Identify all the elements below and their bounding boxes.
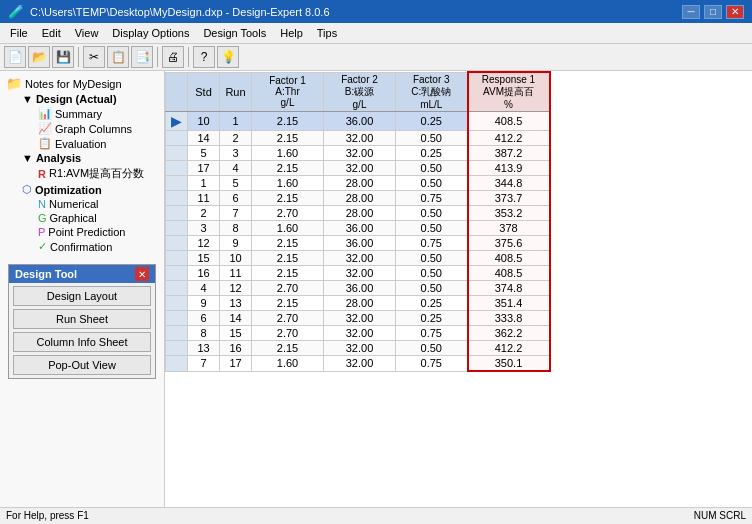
pop-out-view-button[interactable]: Pop-Out View (13, 355, 151, 375)
select-cell[interactable] (166, 326, 188, 341)
factor1-cell[interactable]: 2.70 (252, 281, 324, 296)
table-row[interactable]: 381.6036.000.50378 (166, 221, 550, 236)
factor1-cell[interactable]: 2.15 (252, 191, 324, 206)
response1-cell[interactable]: 333.8 (468, 311, 550, 326)
sidebar-item-r1[interactable]: R R1:AVM提高百分数 (36, 165, 160, 182)
select-cell[interactable] (166, 236, 188, 251)
factor3-cell[interactable]: 0.75 (396, 356, 468, 372)
factor3-cell[interactable]: 0.75 (396, 236, 468, 251)
response1-cell[interactable]: 353.2 (468, 206, 550, 221)
factor3-cell[interactable]: 0.50 (396, 131, 468, 146)
factor1-cell[interactable]: 1.60 (252, 221, 324, 236)
factor1-cell[interactable]: 2.70 (252, 311, 324, 326)
wizard-button[interactable]: 💡 (217, 46, 239, 68)
factor1-cell[interactable]: 2.15 (252, 131, 324, 146)
print-button[interactable]: 🖨 (162, 46, 184, 68)
factor1-cell[interactable]: 2.70 (252, 326, 324, 341)
factor2-cell[interactable]: 32.00 (324, 311, 396, 326)
help-button[interactable]: ? (193, 46, 215, 68)
response1-cell[interactable]: 408.5 (468, 251, 550, 266)
data-area[interactable]: Std Run Factor 1A:Thrg/L Factor 2B:碳源g/L… (165, 71, 752, 507)
factor2-cell[interactable]: 36.00 (324, 221, 396, 236)
factor1-cell[interactable]: 2.15 (252, 341, 324, 356)
response1-cell[interactable]: 378 (468, 221, 550, 236)
response1-cell[interactable]: 344.8 (468, 176, 550, 191)
response1-cell[interactable]: 387.2 (468, 146, 550, 161)
select-cell[interactable] (166, 131, 188, 146)
factor2-cell[interactable]: 28.00 (324, 296, 396, 311)
factor1-cell[interactable]: 2.70 (252, 206, 324, 221)
table-row[interactable]: 16112.1532.000.50408.5 (166, 266, 550, 281)
factor3-cell[interactable]: 0.50 (396, 341, 468, 356)
factor1-cell[interactable]: 2.15 (252, 236, 324, 251)
select-cell[interactable]: ▶ (166, 112, 188, 131)
select-cell[interactable] (166, 311, 188, 326)
factor2-cell[interactable]: 36.00 (324, 112, 396, 131)
response1-cell[interactable]: 412.2 (468, 341, 550, 356)
table-row[interactable]: ▶1012.1536.000.25408.5 (166, 112, 550, 131)
factor3-cell[interactable]: 0.25 (396, 311, 468, 326)
table-row[interactable]: 4122.7036.000.50374.8 (166, 281, 550, 296)
select-cell[interactable] (166, 191, 188, 206)
factor3-cell[interactable]: 0.25 (396, 296, 468, 311)
factor1-cell[interactable]: 2.15 (252, 266, 324, 281)
select-cell[interactable] (166, 296, 188, 311)
sidebar-item-evaluation[interactable]: 📋 Evaluation (36, 136, 160, 151)
factor3-cell[interactable]: 0.50 (396, 161, 468, 176)
factor3-cell[interactable]: 0.50 (396, 206, 468, 221)
select-cell[interactable] (166, 206, 188, 221)
factor3-cell[interactable]: 0.25 (396, 112, 468, 131)
column-info-sheet-button[interactable]: Column Info Sheet (13, 332, 151, 352)
factor2-cell[interactable]: 32.00 (324, 356, 396, 372)
factor3-cell[interactable]: 0.75 (396, 191, 468, 206)
select-cell[interactable] (166, 251, 188, 266)
new-button[interactable]: 📄 (4, 46, 26, 68)
factor1-cell[interactable]: 2.15 (252, 296, 324, 311)
factor2-cell[interactable]: 32.00 (324, 341, 396, 356)
table-row[interactable]: 1742.1532.000.50413.9 (166, 161, 550, 176)
factor2-cell[interactable]: 32.00 (324, 266, 396, 281)
sidebar-item-point-prediction[interactable]: P Point Prediction (36, 225, 160, 239)
menu-view[interactable]: View (69, 25, 105, 41)
table-row[interactable]: 13162.1532.000.50412.2 (166, 341, 550, 356)
sidebar-item-confirmation[interactable]: ✓ Confirmation (36, 239, 160, 254)
sidebar-analysis[interactable]: ▼ Analysis (20, 151, 160, 165)
factor3-cell[interactable]: 0.50 (396, 266, 468, 281)
factor2-cell[interactable]: 28.00 (324, 191, 396, 206)
table-row[interactable]: 1422.1532.000.50412.2 (166, 131, 550, 146)
factor3-cell[interactable]: 0.50 (396, 221, 468, 236)
factor3-cell[interactable]: 0.50 (396, 251, 468, 266)
sidebar-item-summary[interactable]: 📊 Summary (36, 106, 160, 121)
response1-cell[interactable]: 408.5 (468, 266, 550, 281)
response1-cell[interactable]: 412.2 (468, 131, 550, 146)
factor1-cell[interactable]: 1.60 (252, 176, 324, 191)
factor2-cell[interactable]: 28.00 (324, 206, 396, 221)
select-cell[interactable] (166, 146, 188, 161)
select-cell[interactable] (166, 341, 188, 356)
menu-design-tools[interactable]: Design Tools (197, 25, 272, 41)
copy-button[interactable]: 📋 (107, 46, 129, 68)
factor3-cell[interactable]: 0.25 (396, 146, 468, 161)
factor1-cell[interactable]: 2.15 (252, 251, 324, 266)
factor3-cell[interactable]: 0.50 (396, 176, 468, 191)
minimize-button[interactable]: ─ (682, 5, 700, 19)
select-cell[interactable] (166, 221, 188, 236)
factor2-cell[interactable]: 32.00 (324, 326, 396, 341)
factor2-cell[interactable]: 36.00 (324, 281, 396, 296)
select-cell[interactable] (166, 281, 188, 296)
menu-tips[interactable]: Tips (311, 25, 343, 41)
select-cell[interactable] (166, 356, 188, 372)
run-sheet-button[interactable]: Run Sheet (13, 309, 151, 329)
factor2-cell[interactable]: 32.00 (324, 251, 396, 266)
table-row[interactable]: 7171.6032.000.75350.1 (166, 356, 550, 372)
factor2-cell[interactable]: 32.00 (324, 131, 396, 146)
response1-cell[interactable]: 413.9 (468, 161, 550, 176)
table-row[interactable]: 1162.1528.000.75373.7 (166, 191, 550, 206)
sidebar-item-graph-columns[interactable]: 📈 Graph Columns (36, 121, 160, 136)
sidebar-optimization[interactable]: ⬡ Optimization (20, 182, 160, 197)
table-row[interactable]: 531.6032.000.25387.2 (166, 146, 550, 161)
factor1-cell[interactable]: 1.60 (252, 356, 324, 372)
table-row[interactable]: 272.7028.000.50353.2 (166, 206, 550, 221)
factor2-cell[interactable]: 28.00 (324, 176, 396, 191)
design-tool-close-button[interactable]: ✕ (135, 267, 149, 281)
